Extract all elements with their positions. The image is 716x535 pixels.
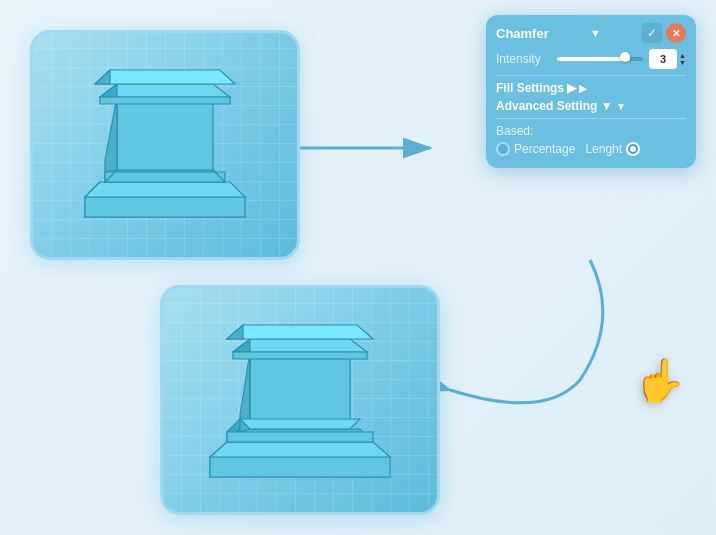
svg-marker-13	[100, 84, 117, 97]
radio-lenght[interactable]: Lenght	[585, 142, 640, 156]
svg-marker-6	[85, 182, 245, 197]
radio-lenght-label: Lenght	[585, 142, 622, 156]
svg-marker-29	[233, 339, 367, 352]
panel-actions: ✓ ✕	[642, 23, 686, 43]
pillar-before-svg	[65, 42, 265, 237]
bottom-model-preview	[160, 285, 440, 515]
svg-marker-17	[95, 70, 235, 84]
divider-1	[496, 75, 686, 76]
advanced-settings-label: Advanced Setting ▼	[496, 99, 613, 113]
intensity-slider[interactable]	[557, 56, 643, 62]
fill-settings-section[interactable]: Fill Settings ▶	[496, 81, 686, 95]
svg-marker-33	[227, 325, 243, 339]
hand-cursor-icon: 👆	[634, 356, 686, 405]
svg-marker-22	[210, 442, 390, 457]
slider-fill	[557, 57, 630, 61]
svg-marker-18	[95, 70, 110, 84]
based-label: Based:	[496, 124, 686, 138]
svg-marker-21	[210, 457, 390, 477]
svg-marker-25	[227, 432, 373, 442]
panel-title-arrow[interactable]: ▼	[590, 27, 601, 39]
spinner-up[interactable]: ▲	[679, 52, 686, 59]
slider-track	[557, 57, 643, 61]
radio-percentage[interactable]: Percentage	[496, 142, 575, 156]
chamfer-panel: Chamfer ▼ ✓ ✕ Intensity 3 ▲ ▼ Fill Setti…	[486, 15, 696, 168]
spinner-down[interactable]: ▼	[679, 59, 686, 66]
svg-marker-5	[85, 197, 245, 217]
intensity-row: Intensity 3 ▲ ▼	[496, 49, 686, 69]
svg-marker-11	[105, 97, 117, 172]
intensity-spinner[interactable]: ▲ ▼	[679, 52, 686, 66]
top-model-preview	[30, 30, 300, 260]
svg-marker-28	[240, 419, 360, 429]
radio-lenght-circle[interactable]	[626, 142, 640, 156]
advanced-settings-section[interactable]: Advanced Setting ▼	[496, 99, 686, 113]
panel-header: Chamfer ▼ ✓ ✕	[496, 23, 686, 43]
radio-percentage-circle[interactable]	[496, 142, 510, 156]
svg-marker-31	[233, 352, 367, 359]
confirm-button[interactable]: ✓	[642, 23, 662, 43]
divider-2	[496, 118, 686, 119]
svg-marker-32	[227, 325, 373, 339]
radio-group: Percentage Lenght	[496, 142, 686, 156]
panel-title: Chamfer	[496, 26, 549, 41]
svg-marker-10	[117, 97, 213, 170]
svg-marker-14	[100, 97, 230, 104]
intensity-value: 3	[649, 49, 677, 69]
close-button[interactable]: ✕	[666, 23, 686, 43]
svg-marker-12	[100, 84, 230, 97]
radio-percentage-label: Percentage	[514, 142, 575, 156]
svg-marker-30	[233, 339, 250, 352]
pillar-after-svg	[195, 297, 405, 502]
intensity-label: Intensity	[496, 52, 551, 66]
svg-marker-9	[105, 172, 225, 182]
svg-marker-26	[250, 352, 350, 429]
